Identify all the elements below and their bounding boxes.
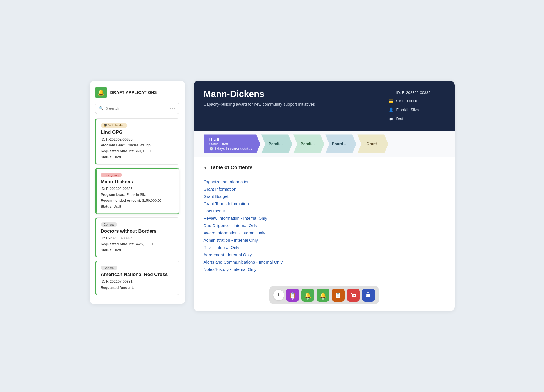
app-card-lind-opg[interactable]: 🎓 Scholarship Lind OPG ID: R-202302-0083… [95, 118, 179, 165]
toc-collapse-icon[interactable]: ▼ [204, 166, 208, 170]
left-header: 🔔 DRAFT APPLICATIONS [95, 87, 179, 98]
step-grant[interactable]: Grant [357, 134, 388, 153]
card-meta: ID: R-202302-00836 Program Lead: Charles… [101, 137, 175, 160]
step-board[interactable]: Board ... [325, 134, 356, 153]
toolbar-btn-orange[interactable]: 📋 [332, 289, 345, 302]
grant-header: Mann-Dickens Capacity-building award for… [194, 81, 455, 131]
search-input[interactable] [106, 106, 168, 111]
amount-value: $150,000.00 [396, 97, 417, 105]
app-card-doctors[interactable]: General Doctors without Borders ID: R-20… [95, 217, 179, 258]
step-pending1-label: Pendi... [268, 142, 283, 146]
toolbar-btn-blue[interactable]: 🏛 [362, 289, 375, 302]
step-pending2[interactable]: Pendi... [293, 134, 324, 153]
grant-lead: 👤 Franklin Silva [388, 105, 445, 114]
toolbar-add-button[interactable]: + [273, 290, 284, 300]
status-value: Draft [396, 115, 404, 123]
step-draft[interactable]: Draft Status: Draft 🕐 8 days in current … [204, 134, 260, 153]
grant-id: ID: R-202302-00835 [388, 89, 445, 97]
card-title: Lind OPG [101, 130, 175, 135]
toc-item-agreement[interactable]: Agreement - Internal Only [204, 252, 445, 258]
step-draft-status: Status: Draft [209, 142, 229, 146]
status-steps: Draft Status: Draft 🕐 8 days in current … [204, 131, 445, 157]
filter-indicator [306, 298, 309, 300]
grant-status: ⇄ Draft [388, 114, 445, 123]
toolbar-btn-green1[interactable]: 🔔 [301, 289, 314, 302]
toolbar-icon-green2: 🔔 [320, 292, 326, 298]
header-divider [379, 89, 379, 123]
grant-subtitle: Capacity-building award for new communit… [204, 101, 316, 107]
badge-general: General [101, 222, 117, 227]
toolbar-icon-blue: 🏛 [366, 292, 371, 298]
left-panel: 🔔 DRAFT APPLICATIONS 🔍 ··· 🎓 Scholarship… [90, 81, 185, 304]
toc-item-grant-terms[interactable]: Grant Terms Information [204, 201, 445, 207]
toc-item-notes[interactable]: Notes/History - Internal Only [204, 266, 445, 272]
grant-amount: 💳 $150,000.00 [388, 97, 445, 106]
lead-icon: 👤 [388, 105, 394, 114]
card-title: Doctors without Borders [101, 228, 175, 234]
filter-indicator [322, 298, 324, 300]
toolbar-icon-red: 🛍 [350, 292, 356, 298]
card-title: Mann-Dickens [101, 179, 175, 185]
toc-item-grant-budget[interactable]: Grant Budget [204, 193, 445, 199]
toolbar-btn-green2[interactable]: 🔔 [317, 289, 329, 302]
card-meta: ID: R-202107-00831 Requested Amount: [101, 279, 175, 291]
app-card-red-cross[interactable]: General American National Red Cross ID: … [95, 261, 179, 295]
toc-list: Organization Information Grant Informati… [204, 179, 445, 272]
badge-scholarship: 🎓 Scholarship [101, 123, 128, 128]
search-bar[interactable]: 🔍 ··· [95, 103, 179, 114]
app-card-mann-dickens[interactable]: Emergency Mann-Dickens ID: R-202302-0083… [95, 168, 179, 214]
step-pending2-label: Pendi... [301, 142, 315, 146]
page-container: 🔔 DRAFT APPLICATIONS 🔍 ··· 🎓 Scholarship… [90, 81, 455, 311]
left-panel-title: DRAFT APPLICATIONS [110, 90, 157, 95]
badge-general: General [101, 266, 117, 270]
toolbar-icon-purple: 📋 [289, 292, 296, 298]
toc-item-due-diligence[interactable]: Due Diligence - Internal Only [204, 223, 445, 228]
toolbar-btn-red[interactable]: 🛍 [347, 289, 360, 302]
bottom-toolbar-wrapper: + 📋 🔔 🔔 📋 🛍 [194, 280, 455, 311]
toc-item-documents[interactable]: Documents [204, 208, 445, 214]
grant-header-left: Mann-Dickens Capacity-building award for… [204, 89, 370, 107]
step-grant-label: Grant [367, 142, 377, 146]
toolbar-icon-orange: 📋 [335, 292, 342, 298]
toc-item-administration[interactable]: Administration - Internal Only [204, 237, 445, 243]
badge-emergency: Emergency [101, 173, 122, 177]
status-icon: ⇄ [388, 114, 394, 123]
bottom-toolbar: + 📋 🔔 🔔 📋 🛍 [269, 286, 379, 304]
toc-item-review-info[interactable]: Review Information - Internal Only [204, 215, 445, 221]
step-draft-time: 🕐 8 days in current status [209, 147, 252, 151]
card-meta: ID: R-202110-00834 Requested Amount: $42… [101, 235, 175, 253]
grant-content: ▼ Table of Contents Organization Informa… [194, 157, 455, 280]
grant-header-meta: ID: R-202302-00835 💳 $150,000.00 👤 Frank… [388, 89, 445, 123]
card-title: American National Red Cross [101, 272, 175, 277]
toc-item-grant-info[interactable]: Grant Information [204, 186, 445, 192]
lead-name: Franklin Silva [396, 106, 419, 114]
toc-header: ▼ Table of Contents [204, 165, 445, 174]
search-icon: 🔍 [99, 106, 104, 110]
amount-icon: 💳 [388, 97, 394, 106]
toolbar-btn-purple[interactable]: 📋 [286, 289, 299, 302]
clock-icon: 🕐 [209, 147, 213, 151]
draft-applications-icon: 🔔 [95, 87, 107, 98]
step-board-label: Board ... [332, 142, 347, 146]
toc-item-risk[interactable]: Risk - Internal Only [204, 244, 445, 250]
step-draft-label: Draft [209, 137, 220, 142]
more-options-button[interactable]: ··· [170, 105, 176, 111]
toc-item-award-info[interactable]: Award Information - Internal Only [204, 230, 445, 236]
toc-item-org-info[interactable]: Organization Information [204, 179, 445, 185]
grant-title: Mann-Dickens [204, 89, 370, 99]
card-meta: ID: R-202302-00835 Program Lead: Frankli… [101, 186, 175, 210]
id-label: ID: R-202302-00835 [396, 89, 431, 97]
step-pending1[interactable]: Pendi... [261, 134, 292, 153]
toc-item-alerts[interactable]: Alerts and Communications - Internal Onl… [204, 259, 445, 265]
toolbar-icon-green1: 🔔 [304, 292, 311, 298]
filter-indicator [291, 298, 294, 300]
status-bar: Draft Status: Draft 🕐 8 days in current … [194, 131, 455, 157]
right-panel: Mann-Dickens Capacity-building award for… [194, 81, 455, 311]
toc-title: Table of Contents [210, 165, 252, 171]
